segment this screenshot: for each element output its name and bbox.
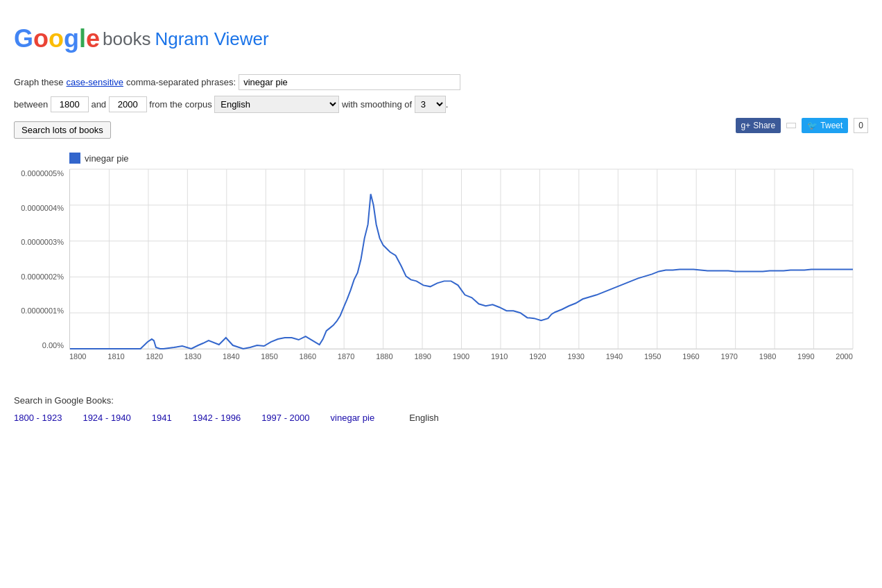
x-label-1930: 1930 <box>567 352 584 361</box>
logo-books: books <box>103 28 150 50</box>
search-button[interactable]: Search lots of books <box>14 121 111 139</box>
x-label-1990: 1990 <box>797 352 814 361</box>
x-axis-labels: 1800 1810 1820 1830 1840 1850 1860 1870 … <box>69 352 853 361</box>
legend-color-swatch <box>69 153 80 164</box>
logo-ngram: Ngram Viewer <box>155 28 268 50</box>
from-corpus-label: from the corpus <box>149 99 211 110</box>
share-count <box>786 123 796 128</box>
social-buttons: g+ Share 🐦 Tweet 0 <box>736 118 868 133</box>
smoothing-select[interactable]: 0 1 2 3 4 5 <box>415 96 446 113</box>
and-label: and <box>91 99 106 110</box>
x-label-1850: 1850 <box>261 352 277 361</box>
chart-legend: vinegar pie <box>69 153 868 164</box>
chart-container: vinegar pie 0.0000005% 0.0000004% 0.0000… <box>14 153 868 361</box>
x-label-1900: 1900 <box>453 352 469 361</box>
bottom-section: Search in Google Books: 1800 - 1923 1924… <box>14 388 868 430</box>
x-label-1940: 1940 <box>606 352 623 361</box>
share-button[interactable]: g+ Share <box>736 118 781 133</box>
x-label-1830: 1830 <box>184 352 201 361</box>
x-label-1870: 1870 <box>338 352 354 361</box>
comma-separated-label: comma-separated phrases: <box>126 77 236 87</box>
y-label-0: 0.00% <box>42 341 64 349</box>
chart-svg <box>70 169 853 349</box>
logo-container: Google books Ngram Viewer <box>14 24 868 53</box>
x-label-1970: 1970 <box>721 352 738 361</box>
search-in-books-label: Search in Google Books: <box>14 395 868 406</box>
x-label-1810: 1810 <box>107 352 124 361</box>
x-label-2000: 2000 <box>836 352 852 361</box>
tweet-button[interactable]: 🐦 Tweet <box>802 118 848 133</box>
x-label-1840: 1840 <box>223 352 239 361</box>
phrase-input[interactable] <box>239 74 460 90</box>
x-label-1800: 1800 <box>69 352 86 361</box>
period-label: . <box>446 99 449 110</box>
tweet-label: Tweet <box>820 121 842 130</box>
y-axis-labels: 0.0000005% 0.0000004% 0.0000003% 0.00000… <box>14 169 69 349</box>
corpus-label: English <box>409 413 439 423</box>
link-vinegar-pie[interactable]: vinegar pie <box>331 413 375 423</box>
link-1800-1923[interactable]: 1800 - 1923 <box>14 413 62 423</box>
controls-row-2: between and from the corpus English Amer… <box>14 96 868 113</box>
link-1941[interactable]: 1941 <box>152 413 172 423</box>
header: Google books Ngram Viewer <box>14 14 868 60</box>
share-label: Share <box>753 121 775 130</box>
x-label-1960: 1960 <box>682 352 699 361</box>
smoothing-label: with smoothing of <box>342 99 412 110</box>
case-sensitive-link[interactable]: case-sensitive <box>67 77 123 87</box>
y-label-2: 0.0000002% <box>21 273 64 281</box>
legend-label: vinegar pie <box>85 153 129 164</box>
y-label-5: 0.0000005% <box>21 169 64 178</box>
link-1942-1996[interactable]: 1942 - 1996 <box>193 413 241 423</box>
y-label-4: 0.0000004% <box>21 204 64 212</box>
y-label-1: 0.0000001% <box>21 306 64 315</box>
link-1997-2000[interactable]: 1997 - 2000 <box>261 413 309 423</box>
y-label-3: 0.0000003% <box>21 238 64 246</box>
x-label-1980: 1980 <box>759 352 776 361</box>
link-1924-1940[interactable]: 1924 - 1940 <box>83 413 130 423</box>
chart-area <box>69 169 853 349</box>
x-label-1860: 1860 <box>300 352 316 361</box>
controls-row-1: Graph these case-sensitive comma-separat… <box>14 74 868 90</box>
chart-wrapper: 0.0000005% 0.0000004% 0.0000003% 0.00000… <box>14 169 868 349</box>
share-icon: g+ <box>741 121 751 130</box>
x-label-1890: 1890 <box>414 352 431 361</box>
google-logo: Google <box>14 24 100 53</box>
x-label-1950: 1950 <box>644 352 661 361</box>
links-row: 1800 - 1923 1924 - 1940 1941 1942 - 1996… <box>14 413 868 423</box>
x-label-1910: 1910 <box>491 352 508 361</box>
twitter-icon: 🐦 <box>807 121 818 130</box>
year-to-input[interactable] <box>109 96 147 112</box>
tweet-count: 0 <box>854 118 868 133</box>
year-from-input[interactable] <box>51 96 89 112</box>
corpus-select[interactable]: English American English British English… <box>214 96 339 113</box>
x-label-1880: 1880 <box>376 352 392 361</box>
between-label: between <box>14 99 48 110</box>
x-label-1920: 1920 <box>529 352 546 361</box>
x-label-1820: 1820 <box>146 352 163 361</box>
graph-these-label: Graph these <box>14 77 64 87</box>
